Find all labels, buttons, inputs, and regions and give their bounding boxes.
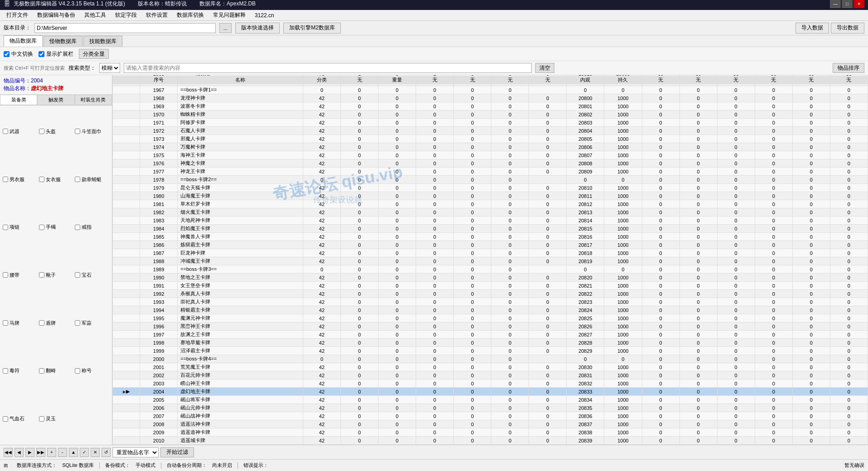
cb-misc1[interactable]: 翻畸: [39, 348, 73, 394]
table-row[interactable]: 1980山海魔王卡牌42000000208111000000000: [113, 192, 868, 200]
table-row[interactable]: 2008逍遥法神卡牌42000000208371000000000: [113, 420, 868, 428]
tab-items-db[interactable]: 物品数据库: [4, 35, 43, 47]
menu-db-switch[interactable]: 数据库切换: [172, 10, 209, 20]
add-record-button[interactable]: +: [47, 448, 56, 457]
table-row[interactable]: 1972石魔人卡牌42000000208041000000000: [113, 127, 868, 135]
table-row[interactable]: 1973邪魔人卡牌42000000208051000000000: [113, 135, 868, 143]
table-row[interactable]: 2006岷山元帅卡牌42000000208351000000000: [113, 404, 868, 412]
table-row[interactable]: 1995魔渊元神卡牌42000000208251000000000: [113, 314, 868, 322]
table-row[interactable]: 1978==boss·卡牌2==00000000000000: [113, 176, 868, 184]
table-row[interactable]: 2002百花元帅卡牌42000000208311000000000: [113, 371, 868, 380]
cancel-edit-button[interactable]: ✕: [91, 448, 100, 457]
cb-gem[interactable]: 宝石: [75, 252, 109, 298]
cb-title[interactable]: 称号: [75, 348, 109, 394]
table-row[interactable]: 1979昆仑天狐卡牌42000000208101000000000: [113, 184, 868, 192]
table-row[interactable]: 1975海神王卡牌42000000208071000000000: [113, 151, 868, 159]
table-row[interactable]: 2009逍遥道神卡牌42000000208381000000000: [113, 428, 868, 437]
cat-tab-equipment[interactable]: 装备类: [0, 95, 37, 105]
cb-helmet[interactable]: 头盔: [39, 108, 73, 155]
menu-faq[interactable]: 常见问题解释: [209, 10, 250, 20]
cb-spiritjade[interactable]: 灵玉: [39, 395, 73, 442]
nav-first-button[interactable]: ◀◀: [4, 448, 13, 457]
path-input[interactable]: [34, 23, 216, 33]
nav-next-button[interactable]: ▶: [25, 448, 34, 457]
table-row[interactable]: 1986炼狱霸主卡牌42000000208171000000000: [113, 241, 868, 249]
refresh-button[interactable]: ↺: [102, 448, 111, 457]
table-row[interactable]: 2003崂山神王卡牌42000000208321000000000: [113, 380, 868, 388]
cat-tab-costume[interactable]: 时装生肖类: [75, 95, 112, 105]
cb-bloodstone[interactable]: 气血石: [3, 395, 37, 442]
tab-monsters-db[interactable]: 怪物数据库: [44, 36, 82, 47]
table-row[interactable]: 2001荒芜魔王卡牌42000000208301000000000: [113, 363, 868, 371]
reset-name-select[interactable]: 重置物品名字: [112, 447, 159, 457]
browse-button[interactable]: ...: [219, 23, 232, 33]
cb-male-armor[interactable]: 男衣服: [3, 156, 37, 203]
table-row[interactable]: 2007岷山战神卡牌42000000208361000000000: [113, 412, 868, 420]
quick-select-button[interactable]: 版本快速选择: [235, 23, 280, 34]
load-m2-button[interactable]: 加载引擎M2数据库: [283, 23, 341, 34]
cb-ring[interactable]: 戒指: [75, 204, 109, 250]
table-row[interactable]: 2000==boss·卡牌4==00000000000000: [113, 355, 868, 363]
table-row[interactable]: 1993崇祀真人卡牌42000000208231000000000: [113, 298, 868, 306]
cb-horse[interactable]: 马牌: [3, 300, 37, 346]
cb-belt[interactable]: 腰带: [3, 252, 37, 298]
menu-other-tools[interactable]: 其他工具: [80, 10, 111, 20]
table-row[interactable]: ▶2004虚幻地主卡牌42000000208331000000000: [113, 388, 868, 396]
table-row[interactable]: 1977神龙王卡牌42000000208091000000000: [113, 168, 868, 176]
table-row[interactable]: 2005岷山将军卡牌42000000208341000000000: [113, 396, 868, 404]
table-row[interactable]: 1970蜘蛛精卡牌42000000208021000000000: [113, 111, 868, 119]
cb-female-armor[interactable]: 女衣服: [39, 156, 73, 203]
close-button[interactable]: ✕: [853, 0, 864, 8]
cb-badge[interactable]: 勋章蜻蜓: [75, 156, 109, 203]
maximize-button[interactable]: □: [842, 0, 853, 8]
table-row[interactable]: 1983天地死神卡牌42000000208141000000000: [113, 216, 868, 225]
confirm-button[interactable]: ✓: [80, 448, 89, 457]
table-row[interactable]: 1998赛地旱魃卡牌42000000208281000000000: [113, 339, 868, 347]
table-row[interactable]: 1985神魔兽人卡牌42000000208161000000000: [113, 233, 868, 241]
delete-record-button[interactable]: -: [58, 448, 67, 457]
start-filter-button[interactable]: 开始过滤: [160, 447, 194, 457]
clear-search-button[interactable]: 清空: [535, 63, 554, 73]
cb-garlic[interactable]: 军蒜: [75, 300, 109, 346]
nav-prev-button[interactable]: ◀: [15, 448, 24, 457]
table-row[interactable]: 1988冲城魔王卡牌42000000208191000000000: [113, 257, 868, 265]
table-row[interactable]: 1992杀猴真人卡牌42000000208221000000000: [113, 290, 868, 298]
chinese-switch-checkbox[interactable]: [4, 51, 10, 57]
cb-necklace[interactable]: 项链: [3, 204, 37, 250]
menu-website[interactable]: 3122.cn: [250, 11, 279, 19]
classify-all-button[interactable]: 分类全显: [79, 49, 109, 59]
chinese-switch-option[interactable]: 中文切换: [4, 50, 33, 58]
cb-poison[interactable]: 毒符: [3, 348, 37, 394]
table-scroll[interactable]: 序号 名称 分类 无 重量 无 无 无 无 内观 持久 无 无 无: [112, 75, 868, 445]
table-row[interactable]: 1969波塞冬卡牌42000000208011000000000: [113, 102, 868, 111]
table-row[interactable]: 1997故渊之王卡牌42000000208271000000000: [113, 331, 868, 339]
up-button[interactable]: ▲: [69, 448, 78, 457]
search-input[interactable]: [124, 63, 532, 73]
menu-soft-fields[interactable]: 软定字段: [111, 10, 141, 20]
table-row[interactable]: 1990禁地之王卡牌42000000208201000000000: [113, 274, 868, 282]
show-expand-option[interactable]: 显示扩展栏: [39, 50, 73, 58]
cb-bracelet[interactable]: 手镯: [39, 204, 73, 250]
table-row[interactable]: 1971阿修罗卡牌42000000208031000000000: [113, 119, 868, 127]
export-button[interactable]: 导出数据: [831, 23, 864, 34]
table-row[interactable]: 1976神魔之卡牌42000000208081000000000: [113, 159, 868, 168]
table-row[interactable]: 1968龙埋神卡牌42000000208001000000000: [113, 94, 868, 102]
table-row[interactable]: 1996黑峦神王卡牌42000000208261000000000: [113, 322, 868, 331]
import-button[interactable]: 导入数据: [795, 23, 829, 34]
table-row[interactable]: 1994精银霸主卡牌42000000208241000000000: [113, 306, 868, 314]
cb-hat[interactable]: 斗笠面巾: [75, 108, 109, 155]
table-row[interactable]: 1981草木烂罗卡牌42000000208121000000000: [113, 200, 868, 208]
table-row[interactable]: 1989==boss·卡牌3==00000000000000: [113, 265, 868, 274]
table-row[interactable]: 1991女王堡垒卡牌42000000208211000000000: [113, 282, 868, 290]
sort-items-button[interactable]: 物品排序: [833, 63, 864, 73]
nav-last-button[interactable]: ▶▶: [36, 448, 45, 457]
cb-boots[interactable]: 靴子: [39, 252, 73, 298]
table-row[interactable]: 1984烈焰魔王卡牌42000000208151000000000: [113, 225, 868, 233]
search-type-select[interactable]: 模糊: [99, 63, 120, 73]
table-row[interactable]: 1987巨龙神卡牌42000000208181000000000: [113, 249, 868, 257]
cb-weapon[interactable]: 武器: [3, 108, 37, 155]
menu-edit-backup[interactable]: 数据编辑与备份: [33, 10, 80, 20]
table-row[interactable]: 1967==boss·卡牌1==00000000000000: [113, 86, 868, 94]
table-row[interactable]: 1974万魔树卡牌42000000208061000000000: [113, 143, 868, 151]
cat-tab-trigger[interactable]: 触发类: [37, 95, 74, 105]
